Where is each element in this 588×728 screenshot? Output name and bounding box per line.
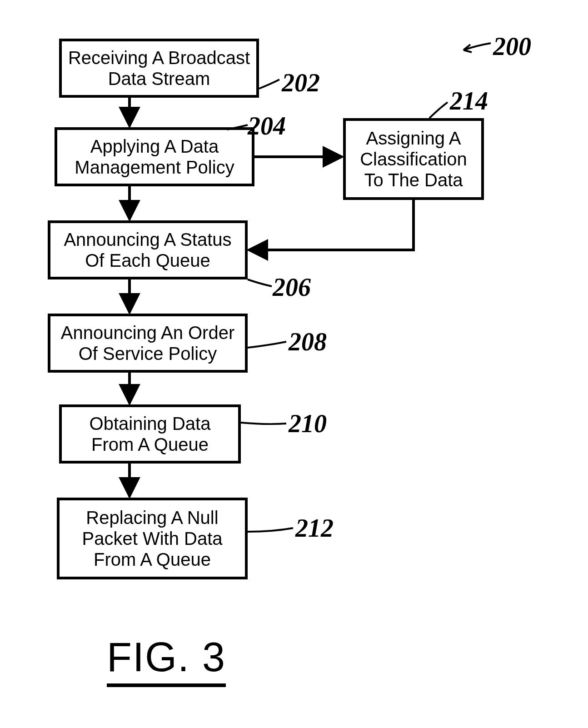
arrow-214-206: [249, 200, 414, 250]
box-210: Obtaining DataFrom A Queue: [59, 404, 241, 464]
box-204: Applying A DataManagement Policy: [55, 127, 254, 186]
box-212: Replacing A NullPacket With DataFrom A Q…: [57, 498, 248, 579]
leader-206: [248, 279, 272, 286]
box-202-text: Receiving A BroadcastData Stream: [68, 47, 250, 89]
ref-206: 206: [273, 273, 311, 302]
box-212-text: Replacing A NullPacket With DataFrom A Q…: [82, 507, 222, 570]
ref-202: 202: [282, 68, 320, 97]
ref-200: 200: [493, 32, 531, 61]
leader-200-arrow: [463, 45, 472, 52]
box-208-text: Announcing An OrderOf Service Policy: [61, 322, 234, 364]
figure-caption: FIG. 3: [107, 634, 226, 687]
ref-204: 204: [248, 111, 286, 140]
ref-208: 208: [289, 327, 327, 356]
box-214-text: Assigning AClassificationTo The Data: [360, 128, 467, 190]
box-208: Announcing An OrderOf Service Policy: [48, 314, 248, 373]
flowchart-figure: Receiving A BroadcastData Stream Applyin…: [0, 0, 588, 728]
leader-202: [259, 80, 279, 89]
box-210-text: Obtaining DataFrom A Queue: [90, 413, 211, 455]
ref-210: 210: [289, 409, 327, 438]
box-214: Assigning AClassificationTo The Data: [343, 118, 484, 200]
box-204-text: Applying A DataManagement Policy: [75, 136, 234, 178]
box-206-text: Announcing A StatusOf Each Queue: [64, 229, 231, 271]
box-202: Receiving A BroadcastData Stream: [59, 39, 259, 98]
leader-200: [463, 43, 491, 50]
leader-214: [429, 102, 448, 118]
leader-210: [241, 423, 286, 424]
ref-214: 214: [450, 86, 488, 115]
leader-208: [248, 342, 286, 348]
leader-212: [248, 528, 293, 532]
ref-212: 212: [295, 514, 334, 543]
box-206: Announcing A StatusOf Each Queue: [48, 220, 248, 279]
